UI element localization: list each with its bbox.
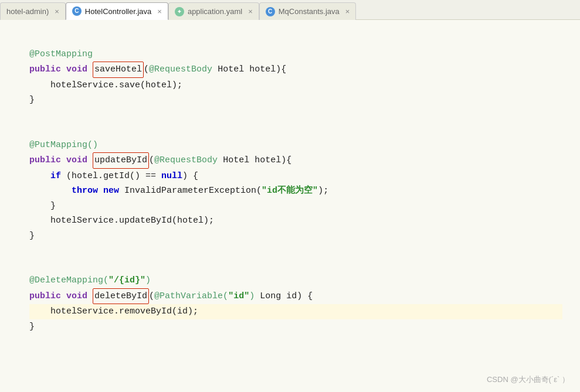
code-line-14: } (29, 229, 562, 244)
kw-void-2: void (66, 153, 87, 168)
kw-public-2: public (29, 153, 61, 168)
tab-mq-c-icon: C (266, 7, 275, 16)
tab-hotel-controller-label: HotelController.java (85, 7, 151, 16)
code-line-16 (29, 258, 562, 274)
code-line-17: @DeleteMapping("/{id}") (29, 273, 562, 288)
method-deletebyid: deleteById (93, 288, 149, 305)
code-line-2: @PostMapping (29, 47, 562, 62)
tab-mq-constants-label: MqConstants.java (279, 7, 340, 16)
code-line-18: public void deleteById(@PathVariable("id… (29, 288, 562, 305)
code-line-8: @PutMapping() (29, 138, 562, 153)
tab-hotel-admin-label: hotel-admin) (6, 7, 49, 16)
annotation-pathvariable-close: ) (249, 289, 255, 304)
tab-mq-constants[interactable]: C MqConstants.java × (259, 2, 357, 20)
kw-throw: throw (72, 183, 98, 199)
str-id-path: "/{id}" (108, 273, 145, 288)
tab-hotel-admin[interactable]: hotel-admin) × (0, 2, 66, 20)
kw-null: null (161, 169, 182, 184)
code-area: @PostMapping public void saveHotel(@Requ… (0, 20, 580, 392)
code-line-19: hotelService.removeById(id); (29, 304, 562, 319)
code-line-6 (29, 108, 562, 123)
kw-void-3: void (66, 289, 87, 304)
tab-application-yaml[interactable]: ✦ application.yaml × (168, 2, 259, 20)
code-line-5: } (29, 93, 562, 108)
annotation-deletemapping-close: ) (145, 273, 151, 288)
annotation-deletemapping: @DeleteMapping( (29, 273, 108, 288)
code-line-10: if (hotel.getId() == null) { (29, 169, 562, 184)
code-line-12: } (29, 199, 562, 214)
annotation-postmapping: @PostMapping (29, 47, 93, 62)
kw-public-1: public (29, 62, 61, 77)
annotation-requestbody-1: @RequestBody (149, 62, 212, 77)
tab-hotel-admin-close[interactable]: × (55, 8, 59, 15)
tab-application-yaml-label: application.yaml (188, 7, 242, 16)
str-id-param: "id" (228, 289, 249, 304)
kw-new: new (103, 183, 119, 199)
tab-c-icon: C (72, 6, 82, 16)
code-line-9: public void updateById(@RequestBody Hote… (29, 152, 562, 169)
annotation-requestbody-2: @RequestBody (154, 153, 218, 168)
kw-public-3: public (29, 289, 61, 304)
kw-if: if (50, 169, 61, 184)
code-line-1 (29, 32, 562, 47)
annotation-putmapping: @PutMapping() (29, 138, 98, 153)
code-line-7 (29, 122, 562, 138)
code-line-11: throw new InvalidParameterException("id不… (29, 183, 562, 199)
tab-mq-constants-close[interactable]: × (345, 8, 350, 15)
annotation-pathvariable: @PathVariable( (154, 289, 228, 304)
tab-bar: hotel-admin) × C HotelController.java × … (0, 0, 580, 20)
method-savehotel: saveHotel (93, 62, 144, 78)
tab-hotel-controller-close[interactable]: × (157, 8, 162, 15)
code-line-13: hotelService.updateById(hotel); (29, 213, 562, 229)
code-line-15 (29, 243, 562, 258)
tab-yaml-icon: ✦ (175, 7, 184, 16)
tab-hotel-controller[interactable]: C HotelController.java × (66, 2, 168, 20)
str-id-error: "id不能为空" (262, 183, 318, 199)
watermark: CSDN @大小曲奇(´ε` ） (487, 374, 569, 385)
tab-application-yaml-close[interactable]: × (248, 8, 253, 15)
code-line-4: hotelService.save(hotel); (29, 78, 562, 93)
code-line-20: } (29, 319, 562, 335)
code-line-3: public void saveHotel(@RequestBody Hotel… (29, 62, 562, 78)
method-updatebyid: updateById (93, 152, 149, 169)
kw-void-1: void (66, 62, 87, 77)
